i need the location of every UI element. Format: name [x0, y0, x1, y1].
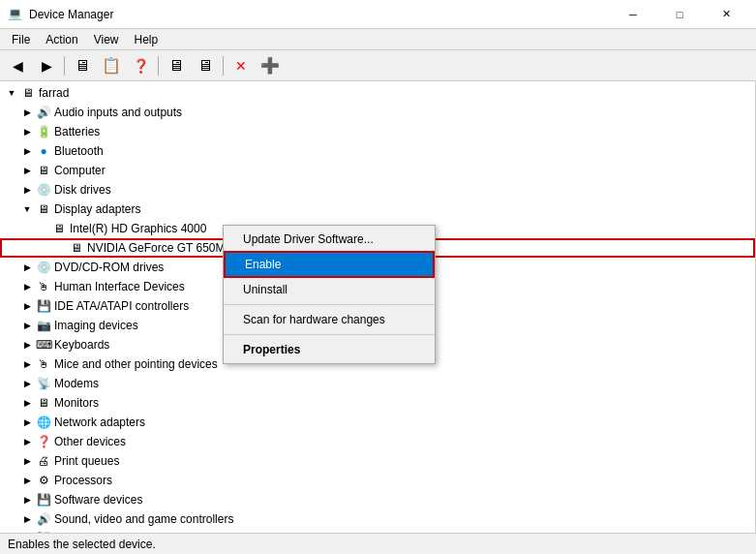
tree-item-displayadapters[interactable]: ▼ 🖥 Display adapters — [0, 200, 755, 219]
toolbar-separator-3 — [223, 56, 224, 76]
modems-label: Modems — [54, 377, 99, 390]
keyboards-label: Keyboards — [54, 338, 109, 352]
title-bar: 💻 Device Manager ─ □ ✕ — [0, 0, 756, 29]
restore-button[interactable]: □ — [657, 0, 702, 29]
tree-item-diskdrives[interactable]: ▶ 💿 Disk drives — [0, 180, 755, 200]
menu-action[interactable]: Action — [38, 31, 85, 48]
sound-toggle[interactable]: ▶ — [19, 511, 35, 527]
keyboards-icon: ⌨ — [36, 337, 51, 353]
hid-icon: 🖱 — [36, 279, 51, 294]
dvd-toggle[interactable]: ▶ — [19, 260, 35, 275]
menu-view[interactable]: View — [86, 31, 127, 48]
imaging-label: Imaging devices — [54, 319, 138, 332]
computer-node-icon: 🖥 — [36, 163, 51, 178]
print-toggle[interactable]: ▶ — [19, 453, 35, 469]
status-bar: Enables the selected device. — [0, 533, 756, 554]
root-toggle[interactable]: ▼ — [4, 85, 19, 101]
batteries-icon: 🔋 — [36, 124, 51, 139]
toolbar-separator-2 — [158, 56, 159, 76]
app-icon: 💻 — [8, 7, 23, 22]
context-enable[interactable]: Enable — [224, 251, 435, 278]
toolbar-add[interactable]: ➕ — [257, 53, 284, 78]
computer-icon: 🖥 — [20, 85, 36, 101]
tree-item-network[interactable]: ▶ 🌐 Network adapters — [0, 413, 755, 432]
processors-toggle[interactable]: ▶ — [19, 473, 35, 488]
tree-item-batteries[interactable]: ▶ 🔋 Batteries — [0, 122, 755, 141]
software-toggle[interactable]: ▶ — [19, 492, 35, 508]
tree-item-modems[interactable]: ▶ 📡 Modems — [0, 374, 755, 393]
context-separator-2 — [224, 334, 435, 335]
ide-icon: 💾 — [36, 298, 51, 314]
other-label: Other devices — [54, 435, 126, 448]
modems-icon: 📡 — [36, 376, 51, 391]
other-toggle[interactable]: ▶ — [19, 434, 35, 449]
tree-item-processors[interactable]: ▶ ⚙ Processors — [0, 471, 755, 490]
diskdrives-label: Disk drives — [54, 183, 111, 197]
sound-icon: 🔊 — [36, 511, 51, 527]
context-separator — [224, 304, 435, 305]
tree-item-audio[interactable]: ▶ 🔊 Audio inputs and outputs — [0, 103, 755, 122]
close-button[interactable]: ✕ — [704, 0, 748, 29]
tree-item-bluetooth[interactable]: ▶ ● Bluetooth — [0, 141, 755, 161]
context-properties[interactable]: Properties — [224, 338, 435, 361]
nvidia-icon: 🖥 — [69, 240, 84, 256]
print-label: Print queues — [54, 454, 119, 468]
storage-icon: 💾 — [36, 531, 51, 533]
window-title: Device Manager — [29, 8, 611, 21]
toolbar-computer[interactable]: 🖥 — [69, 53, 96, 78]
software-label: Software devices — [54, 493, 142, 507]
menu-help[interactable]: Help — [127, 31, 166, 48]
modems-toggle[interactable]: ▶ — [19, 376, 35, 391]
tree-item-software[interactable]: ▶ 💾 Software devices — [0, 490, 755, 509]
ide-toggle[interactable]: ▶ — [19, 298, 35, 314]
root-label: farrad — [39, 86, 69, 100]
hid-toggle[interactable]: ▶ — [19, 279, 35, 294]
sound-label: Sound, video and game controllers — [54, 512, 233, 526]
mice-toggle[interactable]: ▶ — [19, 356, 35, 372]
other-icon: ❓ — [36, 434, 51, 449]
dvd-label: DVD/CD-ROM drives — [54, 261, 164, 274]
tree-item-other[interactable]: ▶ ❓ Other devices — [0, 432, 755, 451]
intelhd-toggle — [35, 221, 50, 236]
diskdrives-toggle[interactable]: ▶ — [19, 182, 35, 198]
context-uninstall[interactable]: Uninstall — [224, 278, 435, 301]
nvidia-label: NVIDIA GeForce GT 650M — [87, 241, 226, 255]
mice-icon: 🖱 — [36, 356, 51, 372]
monitors-toggle[interactable]: ▶ — [19, 395, 35, 411]
batteries-toggle[interactable]: ▶ — [19, 124, 35, 139]
network-toggle[interactable]: ▶ — [19, 415, 35, 430]
toolbar-help[interactable]: ❓ — [127, 53, 154, 78]
tree-root[interactable]: ▼ 🖥 farrad — [0, 83, 755, 103]
toolbar-forward[interactable]: ▶ — [33, 53, 60, 78]
intelhd-label: Intel(R) HD Graphics 4000 — [70, 222, 206, 235]
display-toggle[interactable]: ▼ — [19, 201, 35, 217]
minimize-button[interactable]: ─ — [611, 0, 655, 29]
audio-toggle[interactable]: ▶ — [19, 105, 35, 120]
context-update-driver[interactable]: Update Driver Software... — [224, 228, 435, 251]
toolbar-display[interactable]: 🖥 — [163, 53, 190, 78]
menu-file[interactable]: File — [4, 31, 38, 48]
tree-item-computer[interactable]: ▶ 🖥 Computer — [0, 161, 755, 180]
computer-toggle[interactable]: ▶ — [19, 163, 35, 178]
imaging-toggle[interactable]: ▶ — [19, 318, 35, 333]
toolbar-remove[interactable]: ✕ — [227, 53, 255, 78]
keyboards-toggle[interactable]: ▶ — [19, 337, 35, 353]
toolbar: ◀ ▶ 🖥 📋 ❓ 🖥 🖥 ✕ ➕ — [0, 50, 756, 81]
tree-item-sound[interactable]: ▶ 🔊 Sound, video and game controllers — [0, 509, 755, 529]
batteries-label: Batteries — [54, 125, 100, 138]
network-icon: 🌐 — [36, 415, 51, 430]
bluetooth-toggle[interactable]: ▶ — [19, 143, 35, 159]
tree-item-monitors[interactable]: ▶ 🖥 Monitors — [0, 393, 755, 413]
context-scan[interactable]: Scan for hardware changes — [224, 308, 435, 331]
toolbar-display2[interactable]: 🖥 — [192, 53, 219, 78]
storage-toggle[interactable]: ▶ — [19, 531, 35, 533]
toolbar-back[interactable]: ◀ — [4, 53, 31, 78]
network-label: Network adapters — [54, 416, 145, 429]
tree-item-storage[interactable]: ▶ 💾 Storage controllers — [0, 529, 755, 533]
context-menu: Update Driver Software... Enable Uninsta… — [223, 225, 436, 364]
software-icon: 💾 — [36, 492, 51, 508]
toolbar-properties[interactable]: 📋 — [98, 53, 125, 78]
imaging-icon: 📷 — [36, 318, 51, 333]
processors-label: Processors — [54, 474, 112, 487]
tree-item-print[interactable]: ▶ 🖨 Print queues — [0, 451, 755, 471]
